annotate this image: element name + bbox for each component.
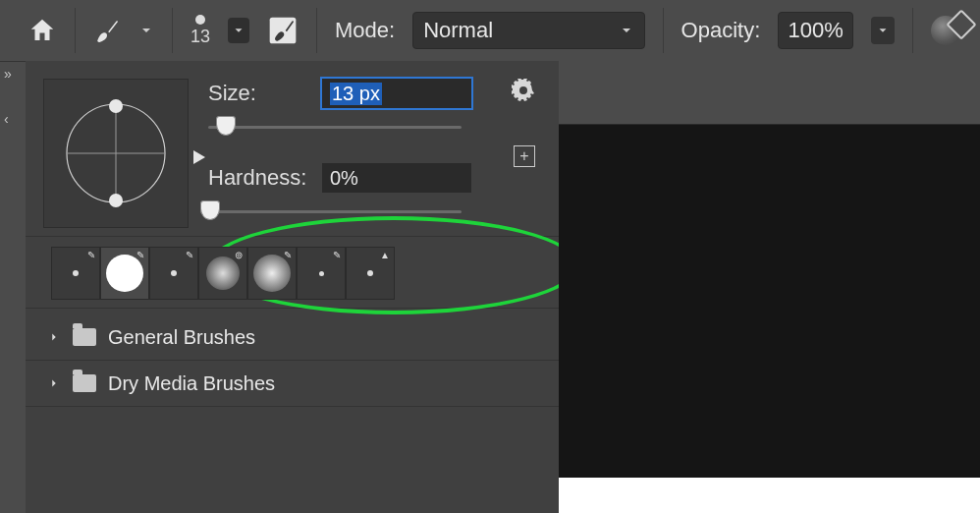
gear-icon[interactable]: [512, 79, 535, 102]
size-label: Size:: [208, 81, 306, 106]
brush-thumb[interactable]: ▲: [346, 247, 395, 300]
separator: [912, 8, 913, 53]
brush-thumb[interactable]: ✎: [247, 247, 297, 300]
brush-size-number: 13: [191, 27, 210, 47]
pressure-opacity-icon[interactable]: [931, 16, 960, 45]
hardness-slider[interactable]: [208, 199, 462, 226]
folder-label: General Brushes: [108, 326, 255, 349]
strip-slot: [0, 156, 4, 174]
brush-folders-list: General Brushes Dry Media Brushes: [26, 309, 559, 413]
slider-thumb[interactable]: [216, 116, 236, 136]
opacity-input[interactable]: 100%: [778, 12, 853, 49]
brush-dot-icon: [195, 15, 205, 25]
brush-preset-chevron-down-icon[interactable]: [228, 18, 249, 43]
canvas[interactable]: [559, 125, 980, 513]
brush-mark-icon: ⊚: [235, 250, 243, 260]
separator: [75, 8, 76, 53]
size-value: 13 px: [330, 83, 382, 105]
angle-arrow-icon[interactable]: [191, 148, 207, 166]
folder-row[interactable]: General Brushes: [26, 314, 559, 361]
opacity-value: 100%: [789, 18, 844, 43]
brush-settings-icon[interactable]: [267, 15, 299, 46]
hardness-label: Hardness:: [208, 165, 306, 191]
brush-thumb[interactable]: ✎: [51, 247, 100, 300]
brush-dot-icon: [73, 270, 79, 276]
size-input[interactable]: 13 px: [322, 79, 471, 108]
brush-dot-icon: [367, 270, 373, 276]
opacity-label: Opacity:: [681, 18, 761, 43]
brush-thumb[interactable]: ✎: [297, 247, 346, 300]
recent-brushes-row: ✎ ✎ ✎ ⊚ ✎ ✎ ▲: [26, 237, 559, 309]
brush-dot-icon: [319, 271, 324, 276]
strip-marker: ‹: [0, 111, 9, 129]
mode-label: Mode:: [335, 18, 395, 43]
document-edge: [559, 478, 980, 513]
brush-mark-icon: ✎: [136, 250, 144, 260]
strip-slot: [0, 292, 4, 310]
separator: [172, 8, 173, 53]
strip-slot: [0, 201, 4, 219]
separator: [316, 8, 317, 53]
folder-row[interactable]: Dry Media Brushes: [26, 361, 559, 407]
size-slider[interactable]: [208, 114, 462, 142]
brush-dot-icon: [171, 270, 177, 276]
svg-point-4: [109, 99, 123, 113]
brush-mark-icon: ✎: [333, 250, 341, 260]
blend-mode-select[interactable]: Normal: [412, 12, 644, 49]
document-tab-strip[interactable]: [559, 61, 980, 125]
brush-thumb[interactable]: ✎: [100, 247, 149, 300]
canvas-area: [559, 61, 980, 513]
hardness-input[interactable]: 0%: [322, 163, 471, 193]
strip-slot: [0, 247, 4, 264]
folder-icon: [73, 374, 96, 392]
brush-mark-icon: ✎: [186, 250, 193, 260]
brush-mark-icon: ✎: [87, 250, 95, 260]
brush-thumb[interactable]: ⊚: [198, 247, 247, 300]
brush-thumb[interactable]: ✎: [149, 247, 198, 300]
chevron-right-icon: [47, 376, 61, 390]
folder-label: Dry Media Brushes: [108, 372, 275, 395]
folder-icon: [73, 328, 96, 346]
svg-point-5: [109, 194, 123, 207]
chevron-right-icon: [47, 330, 61, 344]
blend-mode-value: Normal: [423, 18, 493, 43]
collapsed-panel-strip: » ‹: [0, 61, 26, 513]
brush-tool-icon[interactable]: [93, 17, 121, 44]
brush-size-preview[interactable]: 13: [191, 15, 210, 47]
brush-soft-icon: [206, 256, 240, 290]
brush-angle-roundness-widget[interactable]: [43, 79, 189, 228]
options-bar: 13 Mode: Normal Opacity: 100%: [0, 0, 980, 61]
separator: [663, 8, 664, 53]
slider-thumb[interactable]: [200, 200, 220, 220]
chevron-down-icon: [619, 23, 634, 38]
new-preset-icon[interactable]: +: [514, 145, 535, 167]
home-icon[interactable]: [27, 16, 57, 45]
opacity-chevron-down-icon[interactable]: [871, 17, 895, 44]
brush-mark-icon: ▲: [380, 250, 390, 260]
expand-panels-icon[interactable]: »: [0, 66, 12, 84]
tool-chevron-down-icon[interactable]: [138, 23, 154, 38]
brush-preset-panel: Size: 13 px Hardness: 0%: [26, 61, 559, 513]
brush-mark-icon: ✎: [284, 250, 292, 260]
hardness-value: 0%: [330, 167, 358, 190]
